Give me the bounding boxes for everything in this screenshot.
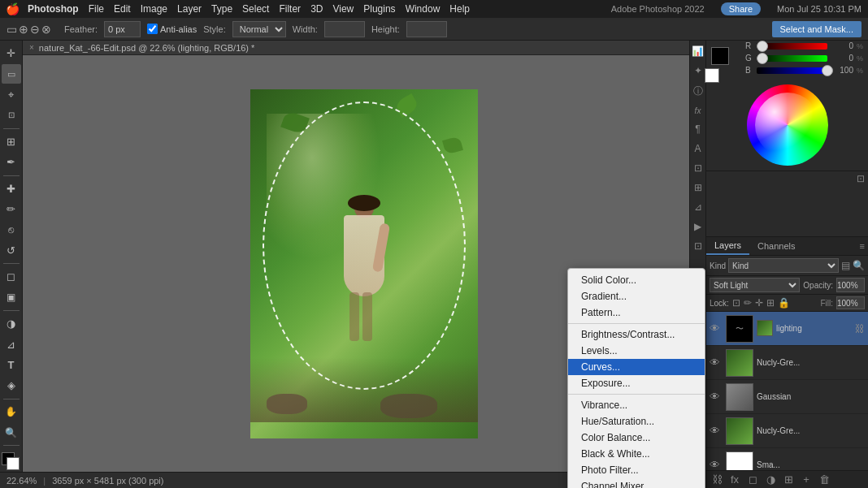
link-layers-icon[interactable]: ⛓ <box>710 473 724 486</box>
subtract-selection-icon[interactable]: ⊖ <box>30 23 40 36</box>
blend-mode-select[interactable]: Soft Light <box>710 278 800 292</box>
eraser-tool[interactable]: ◻ <box>2 267 21 286</box>
dodge-tool[interactable]: ◑ <box>2 314 21 333</box>
layer-row[interactable]: 👁 Gaussian <box>706 380 868 414</box>
new-group-icon[interactable]: ⊞ <box>781 473 796 486</box>
brush-panel-icon[interactable]: ⊡ <box>694 162 702 174</box>
layers-panel-menu-icon[interactable]: ≡ <box>857 238 868 254</box>
lock-pixels-icon[interactable]: ✏ <box>744 297 752 309</box>
dropdown-pattern[interactable]: Pattern... <box>568 304 705 321</box>
3d-menu[interactable]: 3D <box>310 3 323 15</box>
zoom-tool[interactable]: 🔍 <box>2 423 21 442</box>
dropdown-photo-filter[interactable]: Photo Filter... <box>568 462 705 478</box>
delete-layer-icon[interactable]: 🗑 <box>817 473 831 486</box>
color-panel-expand-icon[interactable]: ⊡ <box>857 173 865 184</box>
style-select[interactable]: Normal <box>232 21 286 37</box>
brush-tool[interactable]: ✏ <box>2 200 21 218</box>
play-icon[interactable]: ▶ <box>694 221 701 232</box>
layer-visibility-icon[interactable]: 👁 <box>710 356 723 369</box>
dropdown-curves[interactable]: Curves... <box>568 359 705 375</box>
r-slider[interactable] <box>757 43 827 50</box>
pen-tool[interactable]: ⊿ <box>2 335 21 353</box>
lock-transparent-icon[interactable]: ⊡ <box>732 297 740 309</box>
layer-visibility-icon[interactable]: 👁 <box>710 425 723 437</box>
view-menu[interactable]: View <box>332 3 354 15</box>
lock-artboard-icon[interactable]: ⊞ <box>766 297 775 309</box>
dropdown-gradient[interactable]: Gradient... <box>568 288 705 304</box>
app-menu[interactable]: Photoshop <box>28 3 79 15</box>
layers-tab[interactable]: Layers <box>706 237 749 255</box>
text-tool[interactable]: T <box>2 356 21 374</box>
adjustments-icon[interactable]: ✦ <box>694 65 702 76</box>
layers-icon[interactable]: ⊞ <box>694 182 702 193</box>
b-slider[interactable] <box>757 67 827 74</box>
select-menu[interactable]: Select <box>242 3 269 15</box>
dropdown-channel-mixer[interactable]: Channel Mixer... <box>568 478 705 488</box>
dropdown-levels[interactable]: Levels... <box>568 343 705 359</box>
share-button[interactable]: Share <box>721 2 761 15</box>
eyedropper-tool[interactable]: ✒ <box>2 153 21 171</box>
hand-tool[interactable]: ✋ <box>2 403 21 421</box>
healing-tool[interactable]: ✚ <box>2 179 21 197</box>
layer-chain-icon[interactable]: ⛓ <box>855 323 865 335</box>
dropdown-vibrance[interactable]: Vibrance... <box>568 397 705 413</box>
histogram-icon[interactable]: 📊 <box>692 45 704 57</box>
kind-select[interactable]: Kind <box>728 258 839 273</box>
new-layer-icon[interactable]: + <box>799 473 814 486</box>
gradient-tool[interactable]: ▣ <box>2 288 21 307</box>
new-adjustment-icon[interactable]: ◑ <box>763 473 778 486</box>
add-style-icon[interactable]: fx <box>727 473 742 486</box>
shape-tool[interactable]: ◈ <box>2 376 21 395</box>
background-color[interactable] <box>705 68 719 83</box>
fill-input[interactable] <box>836 296 865 309</box>
dropdown-black-white[interactable]: Black & White... <box>568 446 705 462</box>
dropdown-color-balance[interactable]: Color Balance... <box>568 430 705 446</box>
lock-all-icon[interactable]: 🔒 <box>778 297 790 309</box>
dropdown-solid-color[interactable]: Solid Color... <box>568 272 705 288</box>
history-brush-tool[interactable]: ↺ <box>2 241 21 260</box>
apple-menu-icon[interactable]: 🍎 <box>7 3 18 15</box>
timeline-icon[interactable]: ⊡ <box>694 240 702 252</box>
character-icon[interactable]: A <box>694 143 701 154</box>
filter-menu[interactable]: Filter <box>279 3 301 15</box>
lock-position-icon[interactable]: ✛ <box>755 297 763 309</box>
layer-row[interactable]: 👁 Nucly-Gre... <box>706 414 868 448</box>
marquee-tool[interactable]: ▭ <box>2 64 21 83</box>
plugins-menu[interactable]: Plugins <box>363 3 395 15</box>
paths-icon[interactable]: ⊿ <box>694 201 702 213</box>
layer-visibility-icon[interactable]: 👁 <box>710 459 723 470</box>
image-menu[interactable]: Image <box>141 3 167 15</box>
color-wheel[interactable] <box>747 84 828 166</box>
opacity-input[interactable] <box>836 278 865 292</box>
layer-row[interactable]: 👁 Sma... <box>706 448 868 470</box>
move-tool[interactable]: ✛ <box>2 44 21 63</box>
color-swatches[interactable] <box>711 47 742 73</box>
search-icon[interactable]: 🔍 <box>853 260 865 271</box>
crop-tool[interactable]: ⊞ <box>2 132 21 151</box>
width-input[interactable] <box>324 21 365 37</box>
layer-row[interactable]: 👁 Nucly-Gre... <box>706 346 868 380</box>
help-menu[interactable]: Help <box>449 3 470 15</box>
dropdown-brightness-contrast[interactable]: Brightness/Contrast... <box>568 326 705 343</box>
layer-menu[interactable]: Layer <box>177 3 202 15</box>
height-input[interactable] <box>406 21 447 37</box>
fx-icon[interactable]: fx <box>695 106 701 115</box>
layer-row[interactable]: 👁 〜 lighting ⛓ <box>706 312 868 346</box>
edit-menu[interactable]: Edit <box>114 3 131 15</box>
foreground-background-swatches[interactable] <box>2 452 21 471</box>
intersect-selection-icon[interactable]: ⊗ <box>41 23 51 36</box>
object-select-tool[interactable]: ⊡ <box>2 106 21 124</box>
new-selection-icon[interactable]: ▭ <box>7 23 17 36</box>
file-menu[interactable]: File <box>89 3 104 15</box>
select-mask-button[interactable]: Select and Mask... <box>772 21 862 37</box>
g-slider[interactable] <box>757 55 827 62</box>
add-mask-icon[interactable]: ◻ <box>745 473 760 486</box>
window-menu[interactable]: Window <box>406 3 441 15</box>
feather-input[interactable] <box>104 21 141 37</box>
dropdown-hue-saturation[interactable]: Hue/Saturation... <box>568 413 705 430</box>
channels-tab[interactable]: Channels <box>749 238 803 254</box>
type-menu[interactable]: Type <box>211 3 232 15</box>
foreground-color[interactable] <box>711 47 729 65</box>
dropdown-exposure[interactable]: Exposure... <box>568 375 705 391</box>
stamp-tool[interactable]: ⎋ <box>2 220 21 239</box>
